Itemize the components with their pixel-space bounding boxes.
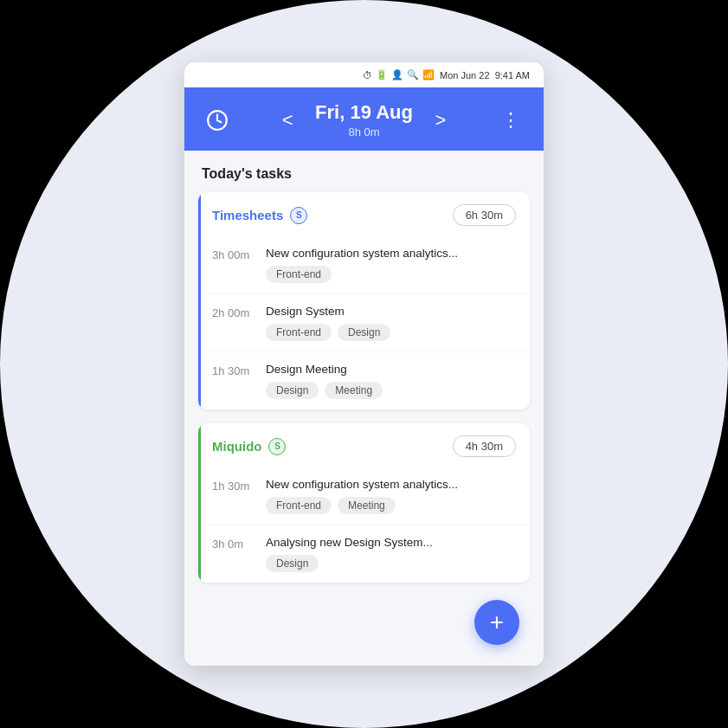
task-title: Design System — [266, 305, 516, 318]
task-time: 1h 30m — [212, 363, 257, 377]
timesheets-title-row: Timesheets S — [212, 207, 307, 224]
task-row: 3h 0m Analysing new Design System... Des… — [198, 525, 530, 583]
tag: Meeting — [325, 382, 383, 399]
header: < Fri, 19 Aug 8h 0m > ⋮ — [184, 87, 544, 151]
timesheets-accent — [198, 192, 201, 409]
section-title: Today's tasks — [184, 151, 544, 192]
task-title: Design Meeting — [266, 363, 516, 376]
status-datetime: Mon Jun 22 9:41 AM — [440, 70, 530, 81]
status-icons: ⏱ 🔋 👤 🔍 📶 — [363, 69, 435, 81]
next-button[interactable]: > — [427, 106, 454, 134]
tag: Front-end — [266, 324, 332, 341]
tag: Meeting — [338, 497, 396, 514]
add-task-button[interactable]: + — [474, 600, 519, 645]
miquido-card-header: Miquido S 4h 30m — [198, 423, 530, 467]
task-row: 2h 00m Design System Front-end Design — [198, 294, 530, 352]
task-tags: Design Meeting — [266, 382, 516, 399]
header-hours: 8h 0m — [315, 126, 413, 139]
header-center: Fri, 19 Aug 8h 0m — [315, 101, 413, 139]
task-tags: Front-end — [266, 266, 516, 283]
tag: Design — [266, 382, 319, 399]
tag: Front-end — [266, 497, 332, 514]
search-icon: 🔍 — [407, 69, 419, 81]
miquido-accent — [198, 423, 201, 583]
timesheets-total-time: 6h 30m — [453, 204, 516, 226]
task-time: 3h 00m — [212, 247, 257, 261]
task-details: Design Meeting Design Meeting — [257, 363, 516, 399]
miquido-title-row: Miquido S — [212, 438, 286, 455]
task-tags: Front-end Design — [266, 324, 516, 341]
more-menu-button[interactable]: ⋮ — [495, 105, 526, 136]
content-area: Today's tasks Timesheets S 6h 30m 3h 00m — [184, 151, 544, 666]
timesheets-title: Timesheets — [212, 208, 283, 222]
prev-button[interactable]: < — [274, 106, 301, 134]
timesheets-card: Timesheets S 6h 30m 3h 00m New configura… — [198, 192, 530, 409]
task-row: 1h 30m Design Meeting Design Meeting — [198, 352, 530, 409]
task-time: 2h 00m — [212, 305, 257, 319]
miquido-card: Miquido S 4h 30m 1h 30m New configuratio… — [198, 423, 530, 583]
task-details: Analysing new Design System... Design — [257, 536, 516, 572]
clock-button[interactable] — [202, 105, 233, 136]
task-tags: Front-end Meeting — [266, 497, 516, 514]
task-title: Analysing new Design System... — [266, 536, 516, 549]
miquido-badge: S — [268, 438, 286, 455]
task-row: 1h 30m New configuration system analytic… — [198, 467, 530, 525]
tag: Design — [338, 324, 390, 341]
task-title: New configuration system analytics... — [266, 247, 516, 260]
task-tags: Design — [266, 555, 516, 572]
battery-icon: 🔋 — [376, 69, 388, 81]
header-date: Fri, 19 Aug — [315, 101, 413, 124]
status-bar: ⏱ 🔋 👤 🔍 📶 Mon Jun 22 9:41 AM — [184, 62, 544, 87]
miquido-total-time: 4h 30m — [453, 435, 516, 457]
timesheets-card-header: Timesheets S 6h 30m — [198, 192, 530, 236]
task-details: New configuration system analytics... Fr… — [257, 478, 516, 514]
wifi-icon: 📶 — [422, 69, 435, 81]
timer-icon: ⏱ — [363, 70, 372, 81]
tag: Design — [266, 555, 319, 572]
task-details: New configuration system analytics... Fr… — [257, 247, 516, 283]
task-time: 1h 30m — [212, 478, 257, 493]
task-time: 3h 0m — [212, 536, 257, 551]
user-icon: 👤 — [391, 69, 403, 81]
phone-frame: ⏱ 🔋 👤 🔍 📶 Mon Jun 22 9:41 AM < — [184, 62, 544, 666]
app-background: ⏱ 🔋 👤 🔍 📶 Mon Jun 22 9:41 AM < — [0, 0, 728, 728]
task-details: Design System Front-end Design — [257, 305, 516, 341]
task-row: 3h 00m New configuration system analytic… — [198, 236, 530, 294]
miquido-title: Miquido — [212, 439, 261, 454]
tag: Front-end — [266, 266, 332, 283]
task-title: New configuration system analytics... — [266, 478, 516, 491]
timesheets-badge: S — [290, 207, 307, 224]
